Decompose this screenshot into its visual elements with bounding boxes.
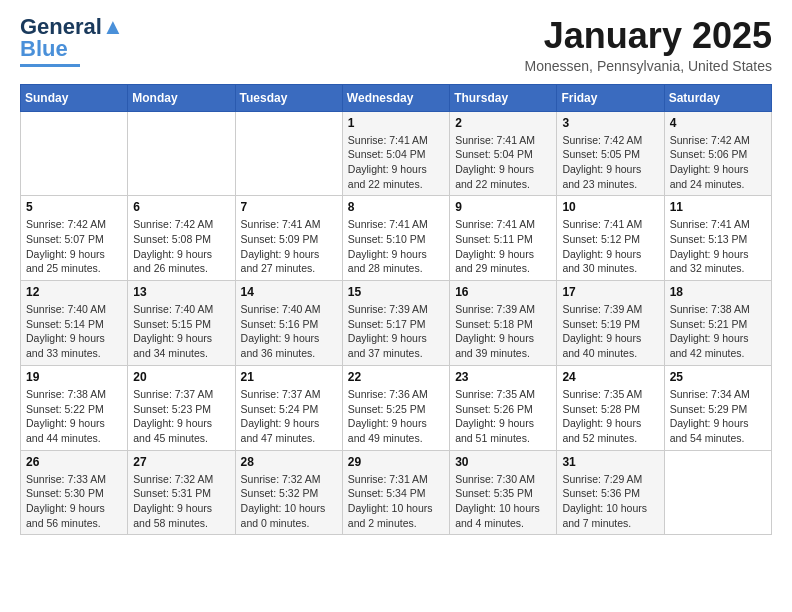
day-info: Sunrise: 7:37 AM Sunset: 5:24 PM Dayligh… — [241, 387, 337, 446]
calendar-cell: 16Sunrise: 7:39 AM Sunset: 5:18 PM Dayli… — [450, 281, 557, 366]
day-info: Sunrise: 7:38 AM Sunset: 5:21 PM Dayligh… — [670, 302, 766, 361]
calendar-cell: 3Sunrise: 7:42 AM Sunset: 5:05 PM Daylig… — [557, 111, 664, 196]
day-number: 27 — [133, 455, 229, 469]
day-number: 15 — [348, 285, 444, 299]
week-row-3: 19Sunrise: 7:38 AM Sunset: 5:22 PM Dayli… — [21, 365, 772, 450]
calendar-cell: 24Sunrise: 7:35 AM Sunset: 5:28 PM Dayli… — [557, 365, 664, 450]
header-thursday: Thursday — [450, 84, 557, 111]
day-info: Sunrise: 7:39 AM Sunset: 5:18 PM Dayligh… — [455, 302, 551, 361]
month-title: January 2025 — [525, 16, 772, 56]
header-tuesday: Tuesday — [235, 84, 342, 111]
calendar-body: 1Sunrise: 7:41 AM Sunset: 5:04 PM Daylig… — [21, 111, 772, 535]
day-info: Sunrise: 7:32 AM Sunset: 5:32 PM Dayligh… — [241, 472, 337, 531]
day-number: 17 — [562, 285, 658, 299]
day-info: Sunrise: 7:36 AM Sunset: 5:25 PM Dayligh… — [348, 387, 444, 446]
calendar-cell — [21, 111, 128, 196]
day-number: 4 — [670, 116, 766, 130]
day-info: Sunrise: 7:35 AM Sunset: 5:28 PM Dayligh… — [562, 387, 658, 446]
day-number: 21 — [241, 370, 337, 384]
day-info: Sunrise: 7:41 AM Sunset: 5:04 PM Dayligh… — [348, 133, 444, 192]
calendar-cell: 14Sunrise: 7:40 AM Sunset: 5:16 PM Dayli… — [235, 281, 342, 366]
day-info: Sunrise: 7:41 AM Sunset: 5:13 PM Dayligh… — [670, 217, 766, 276]
day-info: Sunrise: 7:34 AM Sunset: 5:29 PM Dayligh… — [670, 387, 766, 446]
calendar-cell: 29Sunrise: 7:31 AM Sunset: 5:34 PM Dayli… — [342, 450, 449, 535]
day-number: 18 — [670, 285, 766, 299]
calendar-cell — [128, 111, 235, 196]
day-number: 19 — [26, 370, 122, 384]
calendar-cell: 7Sunrise: 7:41 AM Sunset: 5:09 PM Daylig… — [235, 196, 342, 281]
day-number: 6 — [133, 200, 229, 214]
day-number: 16 — [455, 285, 551, 299]
calendar-cell: 31Sunrise: 7:29 AM Sunset: 5:36 PM Dayli… — [557, 450, 664, 535]
day-number: 2 — [455, 116, 551, 130]
day-info: Sunrise: 7:42 AM Sunset: 5:05 PM Dayligh… — [562, 133, 658, 192]
calendar-cell: 13Sunrise: 7:40 AM Sunset: 5:15 PM Dayli… — [128, 281, 235, 366]
day-info: Sunrise: 7:42 AM Sunset: 5:07 PM Dayligh… — [26, 217, 122, 276]
calendar-cell: 25Sunrise: 7:34 AM Sunset: 5:29 PM Dayli… — [664, 365, 771, 450]
calendar-table: SundayMondayTuesdayWednesdayThursdayFrid… — [20, 84, 772, 536]
day-info: Sunrise: 7:42 AM Sunset: 5:08 PM Dayligh… — [133, 217, 229, 276]
day-number: 13 — [133, 285, 229, 299]
day-info: Sunrise: 7:31 AM Sunset: 5:34 PM Dayligh… — [348, 472, 444, 531]
day-number: 3 — [562, 116, 658, 130]
calendar-header-row: SundayMondayTuesdayWednesdayThursdayFrid… — [21, 84, 772, 111]
logo: General▲ Blue — [20, 16, 124, 67]
day-info: Sunrise: 7:29 AM Sunset: 5:36 PM Dayligh… — [562, 472, 658, 531]
calendar-cell: 9Sunrise: 7:41 AM Sunset: 5:11 PM Daylig… — [450, 196, 557, 281]
day-number: 23 — [455, 370, 551, 384]
day-info: Sunrise: 7:41 AM Sunset: 5:11 PM Dayligh… — [455, 217, 551, 276]
calendar-cell: 15Sunrise: 7:39 AM Sunset: 5:17 PM Dayli… — [342, 281, 449, 366]
calendar-cell: 11Sunrise: 7:41 AM Sunset: 5:13 PM Dayli… — [664, 196, 771, 281]
day-number: 10 — [562, 200, 658, 214]
calendar-cell: 4Sunrise: 7:42 AM Sunset: 5:06 PM Daylig… — [664, 111, 771, 196]
calendar-cell: 10Sunrise: 7:41 AM Sunset: 5:12 PM Dayli… — [557, 196, 664, 281]
day-info: Sunrise: 7:42 AM Sunset: 5:06 PM Dayligh… — [670, 133, 766, 192]
day-info: Sunrise: 7:37 AM Sunset: 5:23 PM Dayligh… — [133, 387, 229, 446]
day-number: 12 — [26, 285, 122, 299]
day-info: Sunrise: 7:41 AM Sunset: 5:10 PM Dayligh… — [348, 217, 444, 276]
day-info: Sunrise: 7:30 AM Sunset: 5:35 PM Dayligh… — [455, 472, 551, 531]
logo-text: General▲ — [20, 16, 124, 38]
calendar-cell: 28Sunrise: 7:32 AM Sunset: 5:32 PM Dayli… — [235, 450, 342, 535]
page-header: General▲ Blue January 2025 Monessen, Pen… — [20, 16, 772, 74]
calendar-cell: 21Sunrise: 7:37 AM Sunset: 5:24 PM Dayli… — [235, 365, 342, 450]
day-info: Sunrise: 7:33 AM Sunset: 5:30 PM Dayligh… — [26, 472, 122, 531]
day-number: 24 — [562, 370, 658, 384]
calendar-cell: 17Sunrise: 7:39 AM Sunset: 5:19 PM Dayli… — [557, 281, 664, 366]
calendar-cell: 8Sunrise: 7:41 AM Sunset: 5:10 PM Daylig… — [342, 196, 449, 281]
calendar-cell: 30Sunrise: 7:30 AM Sunset: 5:35 PM Dayli… — [450, 450, 557, 535]
title-area: January 2025 Monessen, Pennsylvania, Uni… — [525, 16, 772, 74]
header-wednesday: Wednesday — [342, 84, 449, 111]
week-row-0: 1Sunrise: 7:41 AM Sunset: 5:04 PM Daylig… — [21, 111, 772, 196]
day-info: Sunrise: 7:39 AM Sunset: 5:19 PM Dayligh… — [562, 302, 658, 361]
day-number: 9 — [455, 200, 551, 214]
day-number: 29 — [348, 455, 444, 469]
location-subtitle: Monessen, Pennsylvania, United States — [525, 58, 772, 74]
day-info: Sunrise: 7:35 AM Sunset: 5:26 PM Dayligh… — [455, 387, 551, 446]
day-number: 22 — [348, 370, 444, 384]
calendar-cell: 19Sunrise: 7:38 AM Sunset: 5:22 PM Dayli… — [21, 365, 128, 450]
header-sunday: Sunday — [21, 84, 128, 111]
calendar-cell: 20Sunrise: 7:37 AM Sunset: 5:23 PM Dayli… — [128, 365, 235, 450]
day-number: 25 — [670, 370, 766, 384]
day-number: 8 — [348, 200, 444, 214]
week-row-4: 26Sunrise: 7:33 AM Sunset: 5:30 PM Dayli… — [21, 450, 772, 535]
calendar-cell — [235, 111, 342, 196]
day-info: Sunrise: 7:41 AM Sunset: 5:12 PM Dayligh… — [562, 217, 658, 276]
calendar-cell: 2Sunrise: 7:41 AM Sunset: 5:04 PM Daylig… — [450, 111, 557, 196]
day-info: Sunrise: 7:39 AM Sunset: 5:17 PM Dayligh… — [348, 302, 444, 361]
day-info: Sunrise: 7:40 AM Sunset: 5:15 PM Dayligh… — [133, 302, 229, 361]
day-number: 7 — [241, 200, 337, 214]
calendar-cell: 18Sunrise: 7:38 AM Sunset: 5:21 PM Dayli… — [664, 281, 771, 366]
header-friday: Friday — [557, 84, 664, 111]
calendar-cell: 22Sunrise: 7:36 AM Sunset: 5:25 PM Dayli… — [342, 365, 449, 450]
header-monday: Monday — [128, 84, 235, 111]
day-number: 30 — [455, 455, 551, 469]
calendar-cell: 23Sunrise: 7:35 AM Sunset: 5:26 PM Dayli… — [450, 365, 557, 450]
calendar-cell: 1Sunrise: 7:41 AM Sunset: 5:04 PM Daylig… — [342, 111, 449, 196]
calendar-cell: 6Sunrise: 7:42 AM Sunset: 5:08 PM Daylig… — [128, 196, 235, 281]
logo-underline — [20, 64, 80, 67]
day-number: 28 — [241, 455, 337, 469]
day-number: 11 — [670, 200, 766, 214]
day-number: 14 — [241, 285, 337, 299]
